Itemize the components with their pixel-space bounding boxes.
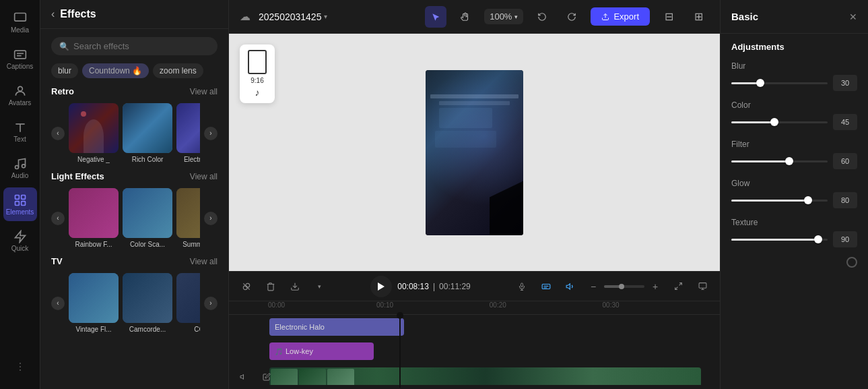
- tag-countdown[interactable]: Countdown 🔥: [82, 63, 149, 78]
- search-box[interactable]: 🔍: [51, 37, 218, 55]
- filter-label: Filter: [731, 140, 857, 149]
- blur-slider[interactable]: [731, 82, 828, 84]
- tv-view-all[interactable]: View all: [190, 257, 218, 266]
- mic-button[interactable]: [512, 277, 531, 296]
- preview-area: 9:16 ♪: [229, 34, 720, 271]
- undo-button[interactable]: [531, 6, 553, 28]
- delete-button[interactable]: [261, 277, 280, 296]
- texture-fill: [731, 239, 818, 241]
- sidebar-item-captions[interactable]: Captions: [3, 42, 37, 76]
- svg-rect-30: [699, 283, 706, 289]
- fullscreen-button[interactable]: [693, 277, 712, 296]
- cursor-tool-button[interactable]: [425, 6, 446, 28]
- adjustment-toggle[interactable]: [846, 257, 857, 268]
- texture-slider[interactable]: [731, 239, 828, 241]
- svg-point-16: [20, 369, 21, 371]
- sidebar-item-elements[interactable]: Elements: [3, 187, 37, 221]
- sidebar-item-avatars[interactable]: Avatars: [3, 78, 37, 112]
- tag-blur[interactable]: blur: [51, 63, 78, 78]
- blur-value: 30: [833, 75, 857, 91]
- tv-next-arrow[interactable]: ›: [204, 297, 218, 310]
- svg-point-4: [18, 86, 22, 91]
- color-slider[interactable]: [731, 121, 828, 123]
- pencil-button[interactable]: [257, 367, 276, 386]
- zoom-out-button[interactable]: −: [585, 278, 601, 295]
- retro-view-all[interactable]: View all: [190, 87, 218, 96]
- download-button[interactable]: [286, 277, 304, 296]
- filter-row: Filter 60: [731, 140, 857, 169]
- glow-thumb[interactable]: [804, 196, 812, 204]
- layout-button[interactable]: ⊟: [658, 6, 679, 28]
- texture-row: Texture 90: [731, 218, 857, 247]
- fit-button[interactable]: [669, 277, 688, 296]
- effect-negative[interactable]: Negative _: [69, 103, 119, 163]
- effect-ccd[interactable]: CCD: [176, 273, 200, 333]
- effect-colorscale[interactable]: Color Sca...: [123, 188, 172, 248]
- effect-rainbow[interactable]: Rainbow F...: [69, 188, 119, 248]
- hand-tool-button[interactable]: [455, 6, 476, 28]
- color-thumb[interactable]: [770, 118, 778, 126]
- export-button[interactable]: Export: [591, 7, 650, 26]
- section-light-title: Light Effects: [51, 171, 104, 181]
- audio-button[interactable]: [561, 277, 580, 296]
- panel-toggle-button[interactable]: ⊞: [688, 6, 709, 28]
- effect-electronic[interactable]: Electronic...: [176, 103, 200, 163]
- light-prev-arrow[interactable]: ‹: [51, 212, 65, 225]
- section-retro-title: Retro: [51, 86, 74, 96]
- effect-vintage[interactable]: Vintage Fl...: [69, 273, 119, 333]
- retro-prev-arrow[interactable]: ‹: [51, 127, 65, 140]
- track-thumbnail-content: [268, 366, 714, 385]
- texture-thumb[interactable]: [814, 235, 822, 243]
- filter-slider[interactable]: [731, 160, 828, 162]
- svg-marker-27: [566, 283, 570, 289]
- ruler-mark-20: 00:20: [490, 301, 506, 309]
- effect-rainbow-label: Rainbow F...: [69, 241, 119, 248]
- sidebar-item-more[interactable]: [3, 350, 37, 384]
- auto-caption-button[interactable]: [537, 277, 556, 296]
- volume-button[interactable]: [234, 367, 253, 386]
- trim-button[interactable]: [237, 277, 256, 296]
- glow-slider[interactable]: [731, 200, 828, 202]
- top-bar: ☁ 202502031425 ▾ 100% ▾ Export ⊟ ⊞: [229, 0, 720, 34]
- chevron-down-icon: ▾: [324, 13, 327, 20]
- light-next-arrow[interactable]: ›: [204, 212, 218, 225]
- sidebar-item-media[interactable]: Media: [3, 5, 37, 39]
- effect-camcorder-label: Camcorde...: [123, 326, 172, 333]
- sidebar-item-text[interactable]: Text: [3, 115, 37, 148]
- close-button[interactable]: ✕: [849, 11, 857, 22]
- effects-title: Effects: [60, 8, 96, 20]
- effect-summer[interactable]: Summer B...: [176, 188, 200, 248]
- blur-thumb[interactable]: [756, 79, 764, 87]
- thumbnail-strip[interactable]: [269, 367, 701, 385]
- right-panel: Basic ✕ Adjustments Blur 30 Color: [720, 0, 868, 389]
- effect-negative-label: Negative _: [69, 156, 119, 163]
- effect-camcorder[interactable]: Camcorde...: [123, 273, 172, 333]
- adjustments-title: Adjustments: [731, 42, 857, 52]
- zoom-control[interactable]: 100% ▾: [484, 9, 523, 24]
- clip-electronic-halo[interactable]: Electronic Halo: [269, 318, 404, 336]
- sidebar-item-audio[interactable]: Audio: [3, 151, 37, 185]
- dropdown-arrow[interactable]: ▾: [310, 277, 329, 296]
- tv-prev-arrow[interactable]: ‹: [51, 297, 65, 310]
- filter-thumb[interactable]: [785, 157, 793, 165]
- project-name[interactable]: 202502031425 ▾: [259, 11, 327, 22]
- play-button[interactable]: [370, 276, 392, 297]
- retro-next-arrow[interactable]: ›: [204, 127, 218, 140]
- glow-fill: [731, 200, 808, 202]
- effect-richcolor[interactable]: Rich Color: [123, 103, 172, 163]
- aspect-selector[interactable]: 9:16 ♪: [240, 44, 275, 103]
- light-effects-inner: Rainbow F... Color Sca... Summer B...: [69, 188, 200, 248]
- zoom-in-button[interactable]: +: [647, 278, 663, 295]
- search-input[interactable]: [73, 41, 209, 51]
- light-view-all[interactable]: View all: [190, 172, 218, 181]
- retro-effects-grid: ‹ Negative _ Rich Color: [51, 103, 218, 163]
- sidebar-nav: Media Captions Avatars Text Audio Elemen…: [0, 0, 40, 389]
- effect-rainbow-thumb: [69, 188, 119, 238]
- tag-zoomlens[interactable]: zoom lens: [153, 63, 203, 78]
- redo-button[interactable]: [561, 6, 582, 28]
- back-button[interactable]: ‹: [51, 8, 55, 20]
- texture-control: 90: [731, 231, 857, 247]
- sidebar-item-quick[interactable]: Quick: [3, 224, 37, 258]
- clip-lowkey[interactable]: 🎵 Low-key: [269, 342, 374, 360]
- section-tv-header: TV View all: [51, 256, 218, 266]
